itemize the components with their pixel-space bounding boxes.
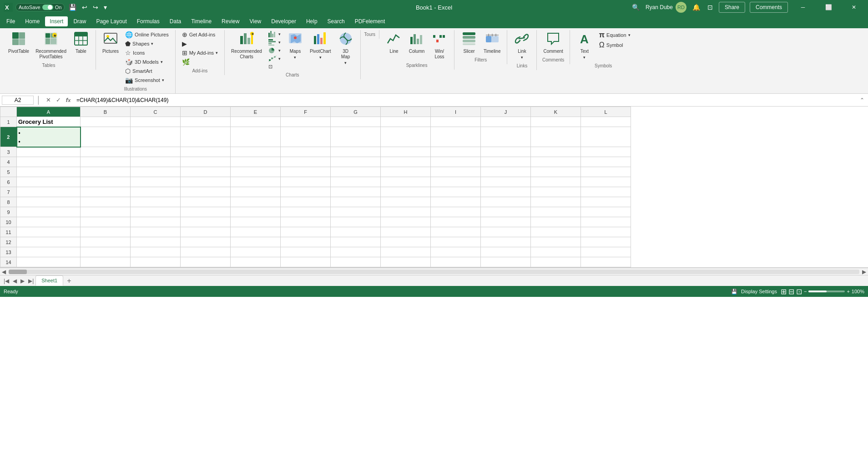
cell-F14[interactable] bbox=[281, 257, 331, 267]
row-number-6[interactable]: 6 bbox=[0, 177, 17, 187]
cell-L11[interactable] bbox=[581, 227, 631, 237]
col-header-I[interactable]: I bbox=[431, 107, 481, 117]
cell-L6[interactable] bbox=[581, 177, 631, 187]
cell-D6[interactable] bbox=[181, 177, 231, 187]
cell-K1[interactable] bbox=[531, 117, 581, 127]
cell-B9[interactable] bbox=[81, 207, 131, 217]
scroll-right-button[interactable]: ▶ bbox=[860, 269, 868, 275]
cell-L9[interactable] bbox=[581, 207, 631, 217]
winloss-sparkline-button[interactable]: Win/Loss bbox=[429, 30, 450, 61]
col-header-B[interactable]: B bbox=[81, 107, 131, 117]
cell-F7[interactable] bbox=[281, 187, 331, 197]
cell-E11[interactable] bbox=[231, 227, 281, 237]
cell-K7[interactable] bbox=[531, 187, 581, 197]
cell-F1[interactable] bbox=[281, 117, 331, 127]
cell-J2[interactable] bbox=[481, 127, 531, 147]
cell-I12[interactable] bbox=[431, 237, 481, 247]
menu-file[interactable]: File bbox=[2, 16, 20, 26]
confirm-formula-icon[interactable]: ✓ bbox=[54, 96, 63, 105]
cell-J10[interactable] bbox=[481, 217, 531, 227]
menu-help[interactable]: Help bbox=[302, 16, 322, 26]
table-button[interactable]: Table bbox=[70, 30, 92, 56]
cell-L5[interactable] bbox=[581, 167, 631, 177]
row-number-11[interactable]: 11 bbox=[0, 227, 17, 237]
addin-store-button[interactable]: ▶ bbox=[179, 39, 221, 48]
cell-B3[interactable] bbox=[81, 147, 131, 157]
cell-A11[interactable] bbox=[17, 227, 81, 237]
cell-I13[interactable] bbox=[431, 247, 481, 257]
cell-L4[interactable] bbox=[581, 157, 631, 167]
cell-D14[interactable] bbox=[181, 257, 231, 267]
cell-G4[interactable] bbox=[331, 157, 381, 167]
cell-I14[interactable] bbox=[431, 257, 481, 267]
cell-C6[interactable] bbox=[131, 177, 181, 187]
cell-K11[interactable] bbox=[531, 227, 581, 237]
slicer-button[interactable]: Slicer bbox=[458, 30, 480, 56]
cell-H11[interactable] bbox=[381, 227, 431, 237]
cell-I7[interactable] bbox=[431, 187, 481, 197]
row-number-2[interactable]: 2 bbox=[0, 127, 17, 147]
page-break-view-button[interactable]: ⊡ bbox=[796, 287, 802, 296]
cell-A12[interactable] bbox=[17, 237, 81, 247]
cell-K9[interactable] bbox=[531, 207, 581, 217]
formula-input[interactable] bbox=[75, 96, 856, 104]
addin-extra-button[interactable]: 🌿 bbox=[179, 57, 221, 66]
cell-E8[interactable] bbox=[231, 197, 281, 207]
cell-G8[interactable] bbox=[331, 197, 381, 207]
my-addins-button[interactable]: ⊞ My Add-ins ▾ bbox=[179, 48, 221, 57]
shapes-button[interactable]: ⬟ Shapes ▾ bbox=[122, 39, 172, 48]
cell-H13[interactable] bbox=[381, 247, 431, 257]
menu-search[interactable]: Search bbox=[323, 16, 349, 26]
cell-F13[interactable] bbox=[281, 247, 331, 257]
cell-K13[interactable] bbox=[531, 247, 581, 257]
cell-D12[interactable] bbox=[181, 237, 231, 247]
cell-A5[interactable] bbox=[17, 167, 81, 177]
cell-C3[interactable] bbox=[131, 147, 181, 157]
cell-F12[interactable] bbox=[281, 237, 331, 247]
cell-A1[interactable]: Grocery List bbox=[17, 117, 81, 127]
cell-I5[interactable] bbox=[431, 167, 481, 177]
cell-K8[interactable] bbox=[531, 197, 581, 207]
cell-K14[interactable] bbox=[531, 257, 581, 267]
cell-D7[interactable] bbox=[181, 187, 231, 197]
cell-E6[interactable] bbox=[231, 177, 281, 187]
cell-C10[interactable] bbox=[131, 217, 181, 227]
cell-F8[interactable] bbox=[281, 197, 331, 207]
cell-K6[interactable] bbox=[531, 177, 581, 187]
row-number-5[interactable]: 5 bbox=[0, 167, 17, 177]
bar-chart-button[interactable]: ▾ bbox=[266, 38, 283, 46]
cell-D10[interactable] bbox=[181, 217, 231, 227]
scroll-left-button[interactable]: ◀ bbox=[0, 269, 8, 275]
cell-A4[interactable] bbox=[17, 157, 81, 167]
cell-B6[interactable] bbox=[81, 177, 131, 187]
online-pictures-button[interactable]: 🌐 Online Pictures bbox=[122, 30, 172, 39]
cell-J9[interactable] bbox=[481, 207, 531, 217]
cell-I4[interactable] bbox=[431, 157, 481, 167]
menu-formulas[interactable]: Formulas bbox=[132, 16, 164, 26]
cell-F9[interactable] bbox=[281, 207, 331, 217]
comment-button[interactable]: Comment bbox=[540, 30, 565, 56]
redo-qat-button[interactable]: ↪ bbox=[91, 3, 100, 12]
insert-function-icon[interactable]: fx bbox=[64, 96, 73, 105]
col-header-L[interactable]: L bbox=[581, 107, 631, 117]
cell-G14[interactable] bbox=[331, 257, 381, 267]
user-avatar[interactable]: RD bbox=[676, 2, 686, 13]
undo-qat-button[interactable]: ↩ bbox=[81, 3, 89, 12]
cell-J4[interactable] bbox=[481, 157, 531, 167]
cell-F10[interactable] bbox=[281, 217, 331, 227]
cell-H3[interactable] bbox=[381, 147, 431, 157]
menu-insert[interactable]: Insert bbox=[45, 16, 68, 26]
smartart-button[interactable]: ⬡ SmartArt bbox=[122, 66, 172, 76]
cell-A2[interactable]: •• bbox=[17, 127, 81, 147]
cell-G3[interactable] bbox=[331, 147, 381, 157]
cell-E5[interactable] bbox=[231, 167, 281, 177]
3d-map-button[interactable]: 3DMap ▾ bbox=[335, 30, 357, 67]
cell-E10[interactable] bbox=[231, 217, 281, 227]
cell-L12[interactable] bbox=[581, 237, 631, 247]
cell-G7[interactable] bbox=[331, 187, 381, 197]
cell-J1[interactable] bbox=[481, 117, 531, 127]
row-number-7[interactable]: 7 bbox=[0, 187, 17, 197]
col-header-D[interactable]: D bbox=[181, 107, 231, 117]
cell-J6[interactable] bbox=[481, 177, 531, 187]
cell-G5[interactable] bbox=[331, 167, 381, 177]
